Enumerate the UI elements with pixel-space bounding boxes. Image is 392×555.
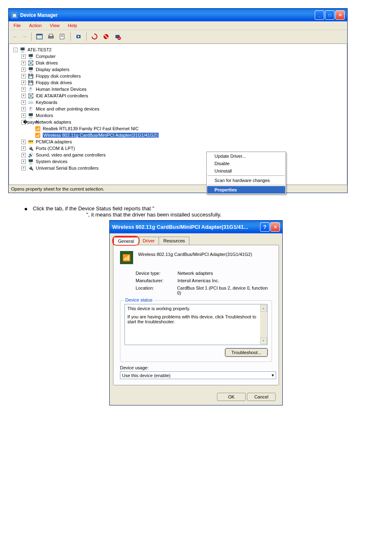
menu-file[interactable]: File — [10, 22, 24, 29]
tree-item[interactable]: +🖥️Monitors — [12, 112, 344, 119]
toolbar-update-icon[interactable] — [90, 32, 99, 41]
location-value: CardBus Slot 1 (PCI bus 2, device 0, fun… — [177, 286, 272, 295]
menu-action[interactable]: Action — [26, 22, 45, 29]
svg-point-8 — [78, 36, 79, 37]
device-usage-dropdown[interactable]: Use this device (enable) ▾ — [120, 371, 276, 379]
tree-item[interactable]: +🖱️Human Interface Devices — [12, 86, 344, 92]
tree-item[interactable]: +⌨️Keyboards — [12, 99, 344, 106]
toolbar-disable-icon[interactable] — [101, 32, 111, 41]
ctx-scan[interactable]: Scan for hardware changes — [207, 177, 285, 184]
maximize-button[interactable]: □ — [325, 10, 334, 20]
scroll-down-icon[interactable]: ▼ — [260, 337, 267, 344]
device-status-legend: Device status — [124, 297, 154, 302]
guide-text: Click the tab, if the Device Status fiel… — [8, 201, 384, 218]
toolbar-scan-icon[interactable] — [74, 32, 83, 41]
tree-item[interactable]: +💾Floppy disk drives — [12, 79, 344, 86]
tree-item-network[interactable]: -�payerNetwork adapters — [12, 119, 344, 125]
device-status-box[interactable]: This device is working properly. If you … — [125, 304, 267, 345]
tab-general[interactable]: General — [113, 237, 138, 245]
ctx-update-driver[interactable]: Update Driver... — [207, 152, 285, 160]
scrollbar[interactable]: ▲ ▼ — [260, 305, 267, 344]
device-usage-label: Device usage: — [120, 365, 272, 370]
nic-icon: 📶 — [35, 132, 41, 138]
tree-item[interactable]: +🔊Sound, video and game controllers — [12, 152, 344, 158]
device-manager-window: ▣ Device Manager _ □ ✕ File Action View … — [8, 8, 348, 193]
scroll-up-icon[interactable]: ▲ — [260, 305, 267, 312]
ctx-uninstall[interactable]: Uninstall — [207, 167, 285, 175]
toolbar: ← → — [9, 30, 347, 44]
help-button[interactable]: ? — [260, 222, 270, 232]
tree-item-wireless[interactable]: 📶Wireless 802.11g CardBus/MiniPCI Adapte… — [12, 132, 344, 138]
manufacturer-value: Intersil Americas Inc. — [178, 278, 219, 283]
manufacturer-label: Manufacturer: — [136, 278, 178, 283]
ctx-disable[interactable]: Disable — [207, 160, 285, 167]
tree-item[interactable]: +🖱️Mice and other pointing devices — [12, 106, 344, 112]
tab-panel-general: 📶 Wireless 802.11g CardBus/MiniPCI Adapt… — [113, 245, 279, 385]
tree-item[interactable]: +💽Disk drives — [12, 60, 344, 66]
toolbar-view-icon[interactable] — [35, 32, 44, 41]
ctx-properties[interactable]: Properties — [207, 186, 285, 193]
tree-item[interactable]: +🔌Universal Serial Bus controllers — [12, 165, 344, 171]
nic-icon: 📶 — [35, 125, 41, 132]
device-icon: 📶 — [120, 251, 133, 264]
dialog-title: Wireless 802.11g CardBus/MiniPCI Adapter… — [112, 224, 248, 230]
tree-item[interactable]: +💾Floppy disk controllers — [12, 73, 344, 79]
device-usage-value: Use this device (enable) — [122, 373, 171, 378]
back-button[interactable]: ← — [11, 34, 19, 39]
menu-help[interactable]: Help — [65, 22, 81, 29]
device-status-fieldset: Device status This device is working pro… — [120, 300, 272, 362]
tree-item[interactable]: +💳PCMCIA adapters — [12, 138, 344, 145]
bullet-icon — [25, 208, 27, 210]
svg-rect-1 — [37, 34, 42, 35]
device-type-label: Device type: — [136, 271, 178, 276]
ok-button[interactable]: OK — [217, 393, 246, 401]
properties-dialog: Wireless 802.11g CardBus/MiniPCI Adapter… — [109, 220, 283, 405]
dialog-titlebar[interactable]: Wireless 802.11g CardBus/MiniPCI Adapter… — [110, 221, 282, 233]
titlebar[interactable]: ▣ Device Manager _ □ ✕ — [9, 9, 347, 21]
tree-item-nic[interactable]: 📶Realtek RTL8139 Family PCI Fast Etherne… — [12, 125, 344, 132]
context-menu: Update Driver... Disable Uninstall Scan … — [206, 152, 286, 194]
menubar: File Action View Help — [9, 21, 347, 30]
window-title: Device Manager — [20, 12, 58, 18]
tree-item[interactable]: +🖥️System devices — [12, 158, 344, 165]
status-line2: If you are having problems with this dev… — [127, 314, 265, 324]
device-name: Wireless 802.11g CardBus/MiniPCI Adapter… — [138, 251, 252, 257]
forward-button[interactable]: → — [21, 34, 28, 39]
tab-resources[interactable]: Resources — [159, 237, 189, 245]
tree-item[interactable]: +🖥️Display adapters — [12, 66, 344, 73]
tree-item[interactable]: +💽IDE ATA/ATAPI controllers — [12, 92, 344, 99]
minimize-button[interactable]: _ — [315, 10, 324, 20]
menu-view[interactable]: View — [46, 22, 63, 29]
dialog-close-button[interactable]: ✕ — [270, 222, 280, 232]
cancel-button[interactable]: Cancel — [247, 393, 276, 401]
svg-rect-3 — [49, 34, 53, 36]
statusbar: Opens property sheet for the current sel… — [9, 185, 347, 193]
tab-driver[interactable]: Driver — [138, 237, 159, 245]
device-type-value: Network adapters — [178, 271, 213, 276]
tree-item[interactable]: +🔌Ports (COM & LPT) — [12, 145, 344, 152]
app-icon: ▣ — [11, 12, 18, 18]
tree-root[interactable]: -🖥️ATE-TEST2 — [12, 46, 344, 53]
network-icon: �payer — [28, 119, 34, 125]
close-button[interactable]: ✕ — [335, 10, 345, 20]
location-label: Location: — [136, 286, 177, 295]
tree-item[interactable]: +🖥️Computer — [12, 53, 344, 60]
chevron-down-icon: ▾ — [272, 373, 274, 378]
device-tree[interactable]: -🖥️ATE-TEST2 +🖥️Computer +💽Disk drives +… — [9, 44, 347, 185]
troubleshoot-button[interactable]: Troubleshoot... — [225, 348, 267, 357]
tab-strip: General Driver Resources — [110, 233, 282, 245]
status-line1: This device is working properly. — [127, 306, 265, 311]
toolbar-properties-icon[interactable] — [58, 32, 67, 41]
toolbar-uninstall-icon[interactable] — [113, 32, 122, 41]
toolbar-print-icon[interactable] — [46, 32, 56, 41]
